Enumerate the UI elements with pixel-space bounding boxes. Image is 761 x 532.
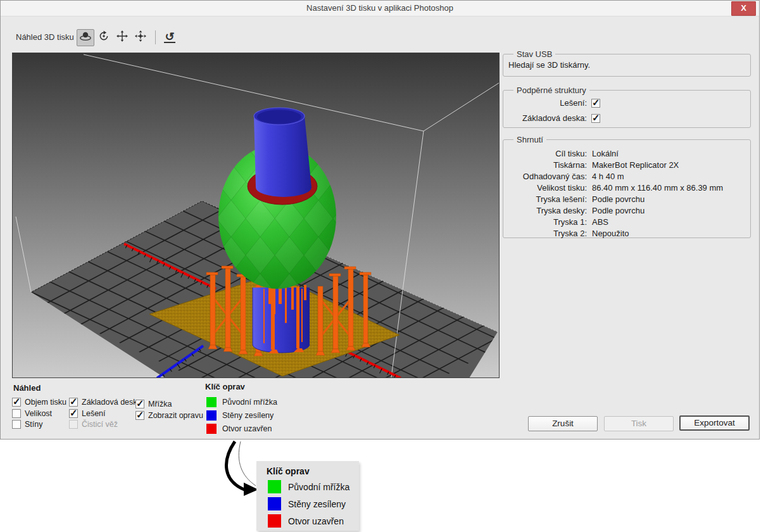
page: Nastavení 3D tisku v aplikaci Photoshop …	[0, 0, 761, 532]
summary-row: Tryska lešení:Podle povrchu	[503, 193, 750, 205]
print-settings-dialog: Nastavení 3D tisku v aplikaci Photoshop …	[0, 0, 760, 440]
dialog-title: Nastavení 3D tisku v aplikaci Photoshop	[1, 1, 759, 16]
3d-scene	[13, 53, 499, 377]
usb-status-message: Hledají se 3D tiskárny.	[508, 60, 590, 70]
support-structures-group-title: Podpěrné struktury	[513, 86, 589, 95]
repair-key-callout-item: Stěny zesíleny	[268, 497, 346, 510]
repair-key-title: Klíč oprav	[205, 382, 245, 391]
usb-status-group-title: Stav USB	[513, 49, 555, 59]
shadows-option: Stíny	[12, 419, 43, 429]
pan-3d-camera-icon	[116, 30, 128, 44]
cancel-button[interactable]: Zrušit	[528, 416, 598, 431]
shadows-checkbox[interactable]	[12, 420, 21, 429]
base-plate-label: Základová deska:	[503, 113, 587, 123]
hole-closed-swatch	[268, 514, 281, 528]
title-bar[interactable]: Nastavení 3D tisku v aplikaci Photoshop …	[1, 1, 759, 16]
show-repair-checkbox[interactable]	[135, 411, 144, 420]
summary-group: Shrnutí Cíl tisku:Lokální Tiskárna:Maker…	[503, 139, 751, 238]
size-checkbox[interactable]	[12, 409, 21, 418]
show-repair-option: Zobrazit opravu	[135, 410, 203, 421]
original-mesh-swatch	[206, 397, 217, 407]
reset-camera-button[interactable]: ↺	[161, 29, 179, 46]
pan-camera-button[interactable]	[113, 29, 131, 46]
summary-row: Tiskárna:MakerBot Replicator 2X	[503, 159, 750, 170]
base-plate-row: Základová deska:	[503, 113, 750, 123]
roll-camera-button[interactable]	[95, 29, 113, 46]
print-volume-checkbox[interactable]	[12, 398, 21, 407]
repair-key-callout-title: Klíč oprav	[267, 466, 310, 476]
3d-preview-viewport[interactable]	[12, 53, 500, 378]
summary-row: Tryska 1:ABS	[503, 216, 750, 227]
walls-thickened-swatch	[268, 497, 281, 510]
hole-closed-swatch	[206, 424, 217, 434]
grid-option: Mřížka	[135, 399, 172, 409]
preview-options-title: Náhled	[13, 383, 41, 393]
repair-key-item: Stěny zesíleny	[206, 410, 274, 421]
preview-toolbar-label: Náhled 3D tisku	[16, 32, 74, 42]
summary-group-title: Shrnutí	[513, 135, 546, 144]
slide-camera-button[interactable]	[132, 29, 149, 46]
repair-key-callout-item: Původní mřížka	[268, 480, 349, 493]
close-icon: X	[741, 3, 746, 13]
roll-3d-camera-icon	[98, 30, 110, 44]
walls-thickened-swatch	[206, 410, 217, 421]
base-plate-checkbox[interactable]	[591, 114, 600, 123]
summary-rows: Cíl tisku:Lokální Tiskárna:MakerBot Repl…	[503, 148, 750, 239]
scaffolding-label: Lešení:	[503, 98, 587, 108]
summary-row: Velikost tisku:86.40 mm x 116.40 mm x 86…	[503, 182, 750, 193]
print-button[interactable]: Tisk	[604, 416, 674, 431]
export-button[interactable]: Exportovat	[679, 415, 750, 431]
scaffolding-preview-checkbox[interactable]	[69, 409, 78, 418]
close-button[interactable]: X	[731, 1, 756, 16]
support-structures-group: Podpěrné struktury Lešení: Základová des…	[503, 90, 751, 128]
camera-toolbar: ↺	[77, 29, 179, 46]
reset-camera-icon: ↺	[164, 32, 175, 43]
repair-key-item: Otvor uzavřen	[206, 423, 272, 434]
orbit-camera-button[interactable]	[77, 29, 94, 46]
orbit-3d-camera-icon	[79, 30, 92, 45]
repair-key-callout: Klíč oprav Původní mřížka Stěny zesíleny…	[256, 461, 359, 531]
summary-row: Tryska desky:Podle povrchu	[503, 205, 750, 216]
usb-status-group: Stav USB Hledají se 3D tiskárny.	[503, 54, 751, 77]
slide-3d-camera-icon	[135, 30, 146, 44]
original-mesh-swatch	[268, 480, 281, 493]
wipe-tower-checkbox	[69, 420, 78, 429]
scaffolding-row: Lešení:	[503, 98, 750, 108]
scaffolding-checkbox[interactable]	[591, 99, 600, 108]
wipe-tower-option: Čisticí věž	[69, 419, 118, 429]
grid-checkbox[interactable]	[135, 400, 144, 408]
print-volume-option: Objem tisku	[12, 397, 66, 407]
repair-key-callout-item: Otvor uzavřen	[268, 514, 344, 528]
summary-row: Tryska 2:Nepoužito	[503, 227, 750, 239]
summary-row: Odhadovaný čas:4 h 40 m	[503, 170, 750, 182]
repair-key-item: Původní mřížka	[206, 396, 277, 407]
summary-row: Cíl tisku:Lokální	[503, 148, 750, 159]
base-plate-preview-checkbox[interactable]	[69, 398, 78, 407]
toolbar-separator	[155, 30, 156, 44]
base-plate-option: Základová deska	[69, 397, 142, 407]
scaffolding-option: Lešení	[69, 408, 106, 419]
size-option: Velikost	[12, 408, 52, 419]
